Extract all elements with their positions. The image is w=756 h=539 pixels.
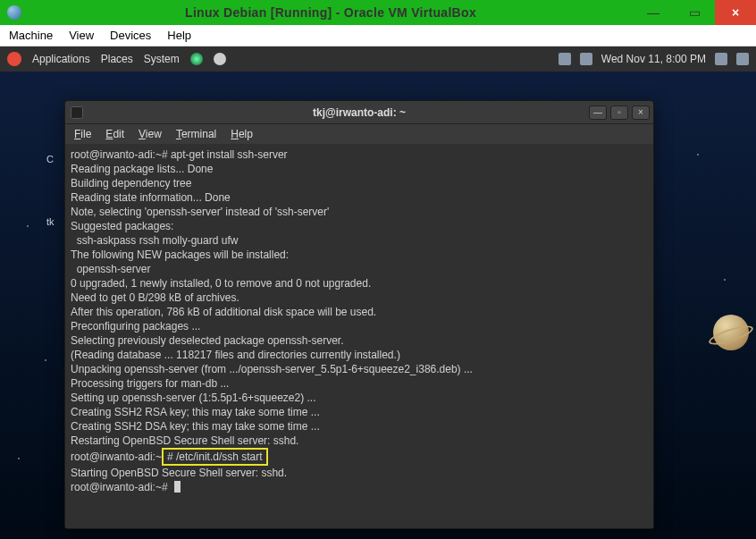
terminal-maximize-button[interactable]: ▫ xyxy=(610,105,628,120)
menu-help[interactable]: Help xyxy=(167,29,191,42)
terminal-menubar: File Edit View Terminal Help xyxy=(65,124,653,144)
terminal-icon xyxy=(71,106,83,119)
user-switch-icon[interactable] xyxy=(736,53,749,65)
help-launcher-icon[interactable] xyxy=(214,53,226,65)
browser-launcher-icon[interactable] xyxy=(190,53,203,65)
terminal-line: Suggested packages: xyxy=(71,220,173,232)
terminal-line: root@irwanto-adi:~# apt-get install ssh-… xyxy=(71,148,288,161)
menu-devices[interactable]: Devices xyxy=(110,29,151,42)
terminal-line: Processing triggers for man-db ... xyxy=(71,377,229,390)
system-tray: Wed Nov 11, 8:00 PM xyxy=(559,53,749,65)
vbox-menubar: Machine View Devices Help xyxy=(0,25,756,46)
desktop-icon-label[interactable]: tk xyxy=(46,216,55,227)
terminal-title: tkj@irwanto-adi: ~ xyxy=(313,106,406,119)
terminal-line: Preconfiguring packages ... xyxy=(71,320,200,333)
battery-icon[interactable] xyxy=(580,53,592,65)
maximize-button[interactable]: ▭ xyxy=(674,0,715,25)
menu-machine[interactable]: Machine xyxy=(9,29,53,42)
menu-places[interactable]: Places xyxy=(101,53,133,65)
terminal-line: root@irwanto-adi:~ xyxy=(71,451,162,463)
terminal-body[interactable]: root@irwanto-adi:~# apt-get install ssh-… xyxy=(65,144,653,528)
terminal-cursor xyxy=(174,481,181,493)
update-notifier-icon[interactable] xyxy=(559,53,571,65)
minimize-button[interactable]: — xyxy=(633,0,674,25)
terminal-menu-view[interactable]: View xyxy=(139,128,162,140)
menu-view[interactable]: View xyxy=(69,29,94,42)
terminal-menu-edit[interactable]: Edit xyxy=(105,128,124,140)
menu-applications[interactable]: Applications xyxy=(32,53,90,65)
debian-logo-icon[interactable] xyxy=(7,52,21,66)
menu-system[interactable]: System xyxy=(144,53,180,65)
terminal-line: Need to get 0 B/298 kB of archives. xyxy=(71,291,239,304)
terminal-line: Creating SSH2 RSA key; this may take som… xyxy=(71,406,320,418)
terminal-line: Building dependency tree xyxy=(71,177,191,189)
terminal-minimize-button[interactable]: — xyxy=(589,105,607,120)
highlighted-command: # /etc/init.d/ssh start xyxy=(162,448,268,466)
terminal-line: root@irwanto-adi:~# xyxy=(71,481,168,493)
desktop-icon-label[interactable]: C xyxy=(46,154,54,164)
close-button[interactable]: × xyxy=(715,0,756,25)
terminal-line: The following NEW packages will be insta… xyxy=(71,248,289,261)
terminal-line: openssh-server xyxy=(71,263,150,275)
vbox-app-icon xyxy=(7,5,21,20)
terminal-titlebar[interactable]: tkj@irwanto-adi: ~ — ▫ × xyxy=(65,101,653,124)
terminal-line: Selecting previously deselected package … xyxy=(71,334,344,347)
terminal-line: Starting OpenBSD Secure Shell server: ss… xyxy=(71,467,287,479)
vbox-window-title: Linux Debian [Running] - Oracle VM Virtu… xyxy=(29,5,633,20)
vbox-titlebar[interactable]: Linux Debian [Running] - Oracle VM Virtu… xyxy=(0,0,756,25)
terminal-line: Creating SSH2 DSA key; this may take som… xyxy=(71,420,320,433)
terminal-close-button[interactable]: × xyxy=(632,105,650,120)
terminal-line: Reading state information... Done xyxy=(71,191,231,204)
terminal-menu-terminal[interactable]: Terminal xyxy=(176,128,216,140)
terminal-menu-help[interactable]: Help xyxy=(231,128,253,140)
guest-desktop[interactable]: Applications Places System Wed Nov 11, 8… xyxy=(0,46,756,539)
terminal-line: ssh-askpass rssh molly-guard ufw xyxy=(71,234,238,247)
terminal-menu-file[interactable]: File xyxy=(74,128,91,140)
terminal-line: Restarting OpenBSD Secure Shell server: … xyxy=(71,434,298,447)
terminal-line: Setting up openssh-server (1:5.5p1-6+squ… xyxy=(71,392,316,404)
terminal-line: Note, selecting 'openssh-server' instead… xyxy=(71,206,329,218)
gnome-top-panel: Applications Places System Wed Nov 11, 8… xyxy=(0,46,756,72)
terminal-line: After this operation, 786 kB of addition… xyxy=(71,306,376,318)
terminal-line: 0 upgraded, 1 newly installed, 0 to remo… xyxy=(71,277,371,290)
terminal-line: (Reading database ... 118217 files and d… xyxy=(71,349,400,361)
clock[interactable]: Wed Nov 11, 8:00 PM xyxy=(601,53,706,65)
terminal-line: Reading package lists... Done xyxy=(71,163,213,175)
terminal-line: Unpacking openssh-server (from .../opens… xyxy=(71,363,473,375)
terminal-window[interactable]: tkj@irwanto-adi: ~ — ▫ × File Edit View … xyxy=(64,100,654,529)
volume-icon[interactable] xyxy=(715,53,727,65)
